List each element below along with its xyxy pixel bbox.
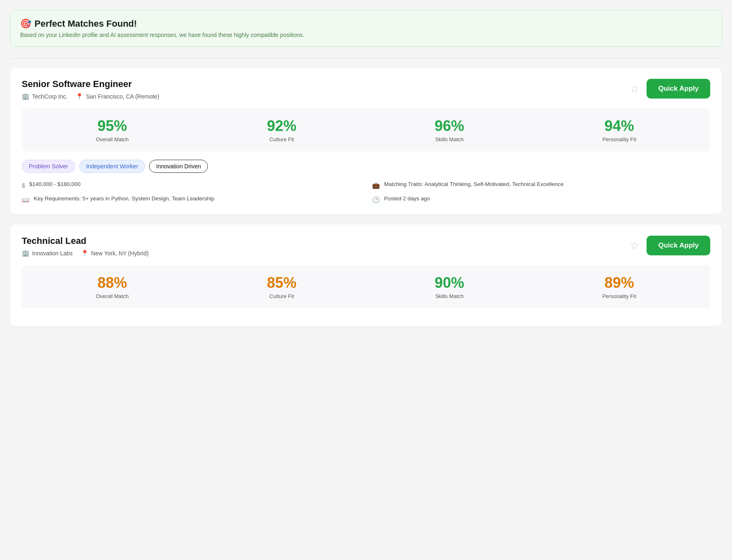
perfect-matches-banner: 🎯 Perfect Matches Found! Based on your L… [10, 10, 722, 47]
book-icon: 📖 [22, 195, 30, 205]
match-stat-2: 85% Culture Fit [267, 274, 297, 299]
match-label-4: Personality Fit [602, 293, 636, 299]
match-label-1: Overall Match [96, 136, 129, 142]
clock-icon: 🕐 [372, 195, 380, 205]
match-stat-3: 96% Skills Match [435, 117, 464, 142]
job-card-1: Senior Software Engineer 🏢 TechCorp Inc.… [10, 67, 722, 215]
job-title: Senior Software Engineer [22, 79, 159, 90]
match-label-1: Overall Match [96, 293, 129, 299]
job-card-2: Technical Lead 🏢 Innovation Labs 📍 New Y… [10, 224, 722, 327]
jobs-container: Senior Software Engineer 🏢 TechCorp Inc.… [10, 67, 722, 327]
company-icon: 🏢 [22, 93, 30, 100]
job-card-actions: ☆ Quick Apply [628, 79, 710, 99]
job-card-header: Technical Lead 🏢 Innovation Labs 📍 New Y… [22, 236, 710, 257]
match-label-2: Culture Fit [267, 136, 297, 142]
match-percent-2: 85% [267, 274, 297, 291]
match-label-3: Skills Match [435, 136, 464, 142]
posted-detail: 🕐 Posted 2 days ago [372, 195, 710, 205]
job-tag: Problem Solver [22, 160, 75, 173]
match-stat-3: 90% Skills Match [435, 274, 464, 299]
job-tag: Innovation Driven [149, 160, 208, 173]
banner-title: 🎯 Perfect Matches Found! [20, 18, 712, 29]
traits-detail: 💼 Matching Traits: Analytical Thinking, … [372, 180, 710, 190]
match-label-4: Personality Fit [602, 136, 636, 142]
match-stat-1: 88% Overall Match [96, 274, 129, 299]
briefcase-icon: 💼 [372, 181, 380, 190]
target-icon: 🎯 [20, 18, 31, 29]
job-meta: 🏢 Innovation Labs 📍 New York, NY (Hybrid… [22, 250, 149, 257]
match-stats-row: 88% Overall Match 85% Culture Fit 90% Sk… [22, 265, 710, 308]
company-meta: 🏢 Innovation Labs [22, 250, 73, 257]
job-title-section: Technical Lead 🏢 Innovation Labs 📍 New Y… [22, 236, 149, 257]
bookmark-button[interactable]: ☆ [628, 82, 641, 96]
salary-detail: $ $140,000 - $180,000 [22, 180, 360, 190]
job-card-actions: ☆ Quick Apply [628, 236, 710, 255]
company-meta: 🏢 TechCorp Inc. [22, 93, 67, 100]
match-stat-4: 94% Personality Fit [602, 117, 636, 142]
company-icon: 🏢 [22, 250, 30, 257]
job-tags: Problem SolverIndependent WorkerInnovati… [22, 160, 710, 173]
company-name: TechCorp Inc. [32, 93, 67, 100]
match-percent-2: 92% [267, 117, 297, 135]
banner-subtitle: Based on your LinkedIn profile and AI as… [20, 32, 712, 38]
job-details: $ $140,000 - $180,000 📖 Key Requirements… [22, 180, 710, 204]
match-stats-row: 95% Overall Match 92% Culture Fit 96% Sk… [22, 108, 710, 151]
match-percent-3: 96% [435, 117, 464, 135]
company-name: Innovation Labs [32, 250, 73, 257]
quick-apply-button[interactable]: Quick Apply [647, 236, 710, 255]
job-location: San Francisco, CA (Remote) [86, 93, 159, 100]
dollar-icon: $ [22, 181, 25, 190]
match-label-2: Culture Fit [267, 293, 297, 299]
location-icon: 📍 [81, 250, 89, 257]
match-percent-1: 95% [96, 117, 129, 135]
location-icon: 📍 [76, 93, 83, 100]
job-meta: 🏢 TechCorp Inc. 📍 San Francisco, CA (Rem… [22, 93, 159, 100]
match-percent-1: 88% [96, 274, 129, 291]
match-stat-2: 92% Culture Fit [267, 117, 297, 142]
job-card-header: Senior Software Engineer 🏢 TechCorp Inc.… [22, 79, 710, 100]
job-location: New York, NY (Hybrid) [91, 250, 149, 257]
job-title: Technical Lead [22, 236, 149, 246]
match-percent-4: 89% [602, 274, 636, 291]
match-stat-4: 89% Personality Fit [602, 274, 636, 299]
match-label-3: Skills Match [435, 293, 464, 299]
location-meta: 📍 New York, NY (Hybrid) [81, 250, 149, 257]
match-percent-4: 94% [602, 117, 636, 135]
job-title-section: Senior Software Engineer 🏢 TechCorp Inc.… [22, 79, 159, 100]
section-divider [10, 58, 722, 59]
requirements-detail: 📖 Key Requirements: 5+ years in Python, … [22, 195, 360, 205]
quick-apply-button[interactable]: Quick Apply [647, 79, 710, 99]
bookmark-button[interactable]: ☆ [628, 239, 641, 252]
match-percent-3: 90% [435, 274, 464, 291]
job-tag: Independent Worker [79, 160, 145, 173]
match-stat-1: 95% Overall Match [96, 117, 129, 142]
location-meta: 📍 San Francisco, CA (Remote) [76, 93, 159, 100]
